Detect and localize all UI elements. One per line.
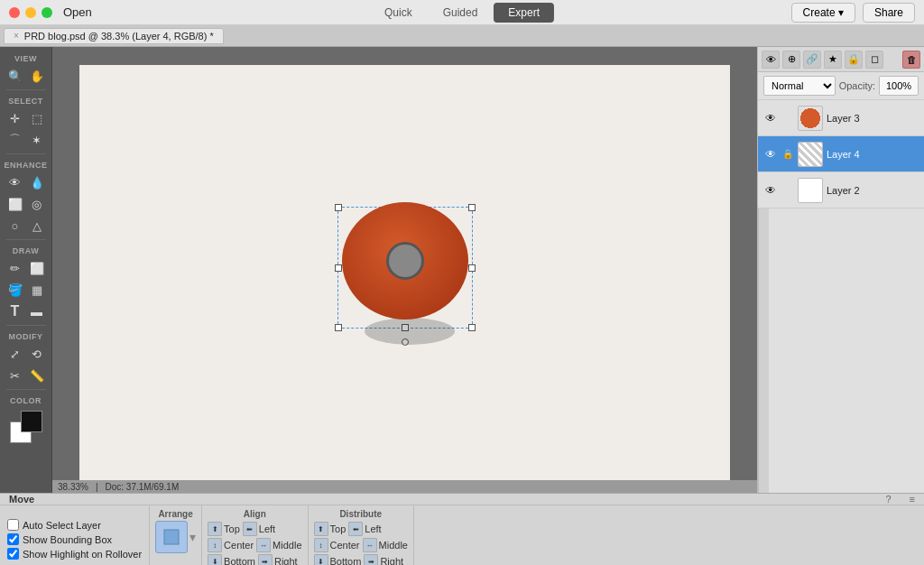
layer-3-lock[interactable] (781, 112, 794, 125)
enhance-tool2[interactable]: 💧 (27, 172, 47, 192)
marquee-tool[interactable]: ⬚ (27, 108, 47, 128)
zoom-level: 38.33% (58, 482, 88, 492)
panel-icon-6[interactable]: ◻ (865, 51, 883, 69)
handle-top-right[interactable] (468, 204, 476, 211)
arrange-icon[interactable] (155, 521, 188, 553)
distribute-row2: ↕ Center ↔ Middle (314, 538, 408, 552)
dist-middle-icon: ↔ (363, 538, 377, 552)
layer-2-lock[interactable] (781, 184, 794, 197)
show-bounding-checkbox[interactable] (7, 533, 19, 545)
arrange-title: Arrange (158, 509, 192, 519)
share-button[interactable]: Share (863, 3, 915, 23)
layer-4-visibility[interactable]: 👁 (763, 147, 778, 162)
layer-4-lock[interactable]: 🔒 (781, 148, 794, 161)
create-button[interactable]: Create ▾ (791, 3, 855, 23)
tab-quick[interactable]: Quick (370, 3, 427, 23)
panel-icon-4[interactable]: ★ (824, 51, 842, 69)
handle-top-left[interactable] (335, 204, 342, 211)
layer-item-2[interactable]: 👁 Layer 2 (758, 172, 924, 208)
foreground-color[interactable] (21, 411, 42, 432)
panel-icon-3[interactable]: 🔗 (803, 51, 821, 69)
sharpen-tool[interactable]: △ (27, 216, 47, 236)
dist-right-btn[interactable]: ➡ Right (364, 554, 403, 565)
dist-top-btn[interactable]: ⬆ Top (314, 522, 346, 536)
dist-middle-btn[interactable]: ↔ Middle (363, 538, 408, 552)
transform-tool[interactable]: ⤢ (5, 344, 25, 364)
opacity-input[interactable] (879, 76, 919, 96)
layer-item-3[interactable]: 👁 Layer 3 (758, 100, 924, 136)
align-bottom-btn[interactable]: ⬇ Bottom (208, 554, 255, 565)
align-bottom-icon: ⬇ (208, 554, 222, 565)
show-highlight-row: Show Highlight on Rollover (7, 548, 142, 560)
enhance-tools3: ○ △ (5, 216, 47, 236)
doc-info: Doc: 37.1M/69.1M (106, 482, 180, 492)
open-menu[interactable]: Open (63, 5, 92, 19)
paint-bucket-tool[interactable]: 🪣 (5, 280, 25, 300)
align-bottom-label: Bottom (224, 556, 255, 565)
distribute-row3: ⬇ Bottom ➡ Right (314, 554, 408, 565)
doc-tab[interactable]: × PRD blog.psd @ 38.3% (Layer 4, RGB/8) … (4, 28, 224, 44)
align-middle-btn[interactable]: ↔ Middle (256, 538, 301, 552)
panel-scrollbar[interactable] (758, 208, 769, 493)
handle-mid-right[interactable] (468, 264, 476, 272)
donut-shape (342, 202, 468, 320)
maximize-button[interactable] (42, 7, 52, 18)
layer-item-4[interactable]: 👁 🔒 Layer 4 (758, 136, 924, 172)
slice-tool[interactable]: ✂ (5, 366, 25, 385)
distribute-group: Distribute ⬆ Top ⬅ Left ↕ Center ↔ M (309, 505, 414, 565)
options-bar: Move ? ≡ Auto Select Layer Show Bounding… (0, 493, 924, 565)
blur-tool[interactable]: ○ (5, 216, 25, 236)
gradient-tool[interactable]: ▦ (27, 280, 47, 300)
handle-bottom-right[interactable] (468, 324, 476, 331)
close-button[interactable] (9, 7, 20, 18)
draw-tools3: T ▬ (5, 301, 47, 321)
arrange-arrow-down[interactable]: ▾ (189, 530, 196, 544)
show-highlight-checkbox[interactable] (7, 548, 19, 560)
brush-tool[interactable]: ✏ (5, 258, 25, 278)
magic-wand-tool[interactable]: ✶ (27, 130, 47, 150)
align-center-v-btn[interactable]: ↕ Center (208, 538, 254, 552)
layer-3-name: Layer 3 (827, 113, 919, 124)
doc-tab-close[interactable]: × (14, 31, 19, 41)
hand-tool[interactable]: ✋ (27, 66, 47, 86)
canvas-status: 38.33% | Doc: 37.1M/69.1M (52, 480, 757, 493)
move-tool[interactable]: ✛ (5, 108, 25, 128)
ruler-tool[interactable]: 📏 (27, 366, 47, 385)
shape-tool[interactable]: ▬ (27, 301, 47, 321)
align-right-label: Right (274, 556, 298, 565)
align-top-icon: ⬆ (208, 522, 222, 536)
options-row2: Auto Select Layer Show Bounding Box Show… (0, 505, 924, 565)
tab-expert[interactable]: Expert (494, 3, 554, 23)
color-swatch[interactable] (10, 411, 42, 443)
panel-icon-2[interactable]: ⊕ (782, 51, 800, 69)
align-top-btn[interactable]: ⬆ Top (208, 522, 240, 536)
align-center-v-icon: ↕ (208, 538, 222, 552)
svg-rect-0 (164, 530, 179, 544)
eye-tool[interactable]: 👁 (5, 172, 25, 192)
minimize-button[interactable] (25, 7, 36, 18)
divider-2 (6, 153, 46, 154)
tab-guided[interactable]: Guided (429, 3, 493, 23)
layer-3-visibility[interactable]: 👁 (763, 111, 778, 125)
handle-mid-left[interactable] (335, 264, 342, 272)
panel-icon-5[interactable]: 🔒 (845, 51, 863, 69)
zoom-tool[interactable]: 🔍 (5, 66, 25, 86)
auto-select-checkbox[interactable] (7, 519, 19, 531)
opacity-label: Opacity: (839, 80, 875, 91)
dist-center-btn[interactable]: ↕ Center (314, 538, 360, 552)
crop-tool[interactable]: ⬜ (5, 194, 25, 214)
blend-mode-select[interactable]: Normal (763, 76, 836, 96)
panel-delete[interactable]: 🗑 (902, 51, 920, 69)
handle-bottom-left[interactable] (335, 324, 342, 331)
redeye-tool[interactable]: ◎ (27, 194, 47, 214)
text-tool[interactable]: T (5, 301, 25, 321)
align-left-btn[interactable]: ⬅ Left (243, 522, 275, 536)
warp-tool[interactable]: ⟲ (27, 344, 47, 364)
align-right-btn[interactable]: ➡ Right (258, 554, 298, 565)
eraser-tool[interactable]: ⬜ (27, 258, 47, 278)
dist-bottom-btn[interactable]: ⬇ Bottom (314, 554, 362, 565)
dist-left-btn[interactable]: ⬅ Left (348, 522, 381, 536)
lasso-tool[interactable]: ⌒ (5, 130, 25, 150)
layer-2-visibility[interactable]: 👁 (763, 183, 778, 198)
panel-icon-1[interactable]: 👁 (762, 51, 780, 69)
